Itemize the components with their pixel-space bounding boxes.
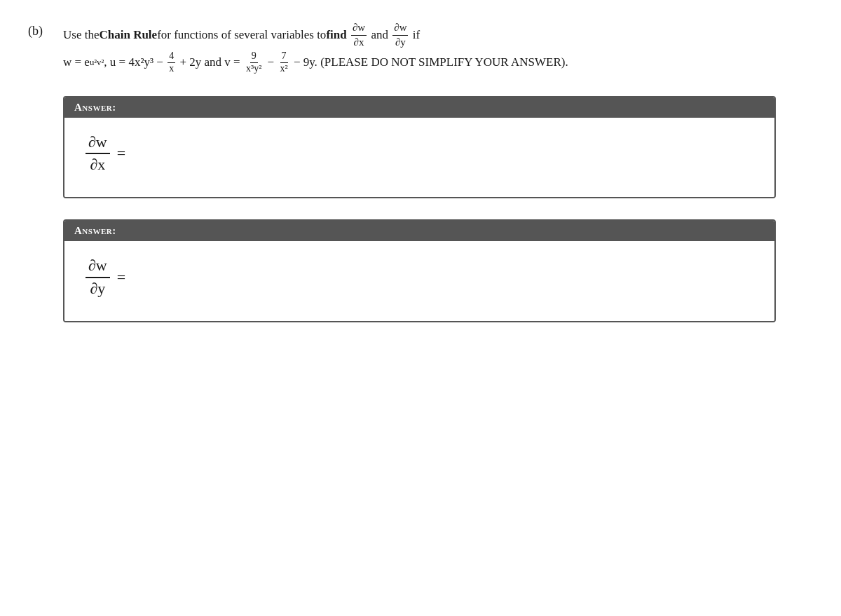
- four-numer: 4: [167, 50, 175, 63]
- dw-dx-numerator: ∂w: [351, 21, 367, 36]
- answer-section-1: Answer: ∂w ∂x =: [63, 96, 776, 199]
- four-over-x: 4 x: [167, 50, 175, 75]
- equation-line: w = eu²v² , u = 4x²y³ − 4 x + 2y and v =…: [63, 50, 813, 75]
- w-equals: w = e: [63, 52, 90, 74]
- dw-dy-numerator: ∂w: [392, 21, 408, 36]
- instruction-middle: for functions of several variables to: [157, 23, 326, 47]
- answer1-equals: =: [117, 144, 125, 163]
- answer-body-1: ∂w ∂x =: [64, 118, 774, 198]
- if-label: if: [413, 23, 420, 47]
- answer2-equals: =: [117, 268, 125, 287]
- answer-header-2: Answer:: [64, 221, 774, 241]
- dw-dx-ans-numer: ∂w: [86, 132, 110, 155]
- answers-wrapper: Answer: ∂w ∂x = Answer: ∂w: [63, 96, 813, 322]
- minus-sep: −: [264, 52, 277, 74]
- dw-dy-answer-frac: ∂w ∂y: [86, 255, 110, 300]
- find-label: find: [326, 23, 346, 47]
- x-denom: x: [167, 63, 175, 75]
- dw-dx-answer-frac: ∂w ∂x: [86, 132, 110, 177]
- problem-text: Use the Chain Rule for functions of seve…: [63, 21, 813, 75]
- answer-label-1: Answer:: [74, 102, 116, 113]
- please-note: (PLEASE DO NOT SIMPLIFY YOUR ANSWER).: [320, 52, 568, 74]
- dw-dy-ans-denom: ∂y: [87, 278, 108, 300]
- x2-denom: x²: [278, 63, 289, 75]
- chain-rule-label: Chain Rule: [99, 23, 157, 47]
- minus-9y: − 9y.: [291, 52, 320, 74]
- plus-2y: + 2y and v =: [177, 52, 243, 74]
- dw-dx-denominator: ∂x: [353, 36, 366, 50]
- dw-dx-inline: ∂w ∂x: [351, 21, 367, 49]
- answer-label-2: Answer:: [74, 225, 116, 236]
- answer-expression-1: ∂w ∂x =: [86, 132, 753, 177]
- and-label: and: [371, 23, 388, 47]
- nine-over-x3y2: 9 x³y²: [245, 50, 263, 75]
- exponent-u2v2: u²v²: [90, 55, 104, 71]
- nine-numer: 9: [250, 50, 258, 63]
- instruction-prefix: Use the: [63, 23, 99, 47]
- part-label: (b): [28, 21, 63, 39]
- answer-expression-2: ∂w ∂y =: [86, 255, 753, 300]
- dw-dy-inline: ∂w ∂y: [392, 21, 408, 49]
- dw-dx-ans-denom: ∂x: [87, 154, 108, 176]
- answer-body-2: ∂w ∂y =: [64, 241, 774, 321]
- problem-header: (b) Use the Chain Rule for functions of …: [28, 21, 813, 75]
- seven-numer: 7: [280, 50, 288, 63]
- answer-section-2: Answer: ∂w ∂y =: [63, 219, 776, 322]
- dw-dy-denominator: ∂y: [394, 36, 407, 50]
- seven-over-x2: 7 x²: [278, 50, 289, 75]
- dw-dy-ans-numer: ∂w: [86, 255, 110, 278]
- comma-u-equals: , u = 4x²y³ −: [104, 52, 166, 74]
- instruction-line: Use the Chain Rule for functions of seve…: [63, 21, 813, 49]
- x3y2-denom: x³y²: [245, 63, 263, 75]
- answer-header-1: Answer:: [64, 97, 774, 118]
- problem-container: (b) Use the Chain Rule for functions of …: [28, 14, 813, 336]
